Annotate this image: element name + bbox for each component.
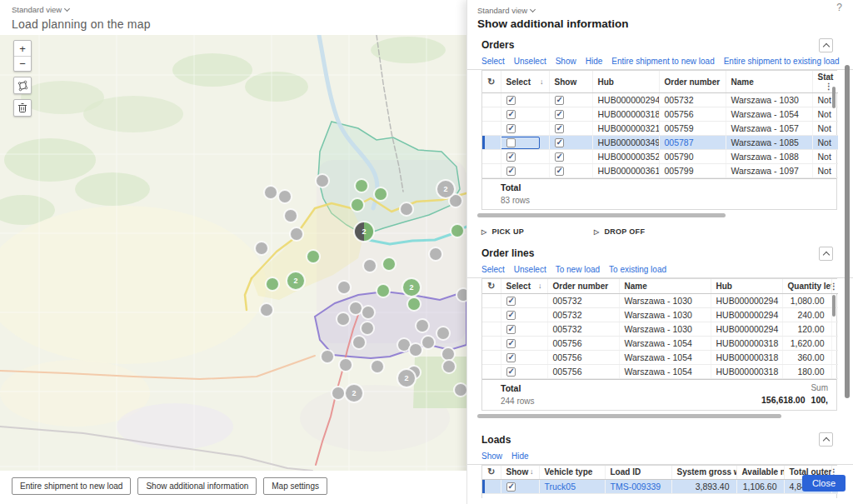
orders-col-select[interactable]: Select↓ (501, 71, 549, 93)
order-lines-table-row[interactable]: 005756 Warszawa - 1054 HUB000000318 180.… (482, 364, 838, 378)
order-lines-table-row[interactable]: 005732 Warszawa - 1030 HUB000000294 240.… (482, 307, 838, 322)
select-checkbox[interactable] (506, 367, 516, 377)
order-lines-col-order-number[interactable]: Order number (547, 279, 619, 293)
order-lines-table-row[interactable]: 005756 Warszawa - 1054 HUB000000318 1,62… (482, 336, 838, 350)
select-checkbox[interactable] (506, 124, 516, 133)
order-number-cell[interactable]: 005732 (659, 93, 726, 107)
select-checkbox-cell[interactable] (501, 350, 547, 364)
select-checkbox[interactable] (506, 138, 516, 147)
select-checkbox[interactable] (506, 325, 516, 334)
order-lines-to-new-load-link[interactable]: To new load (556, 265, 600, 274)
loads-hide-link[interactable]: Hide (511, 452, 529, 461)
show-additional-information-button[interactable]: Show additional information (137, 477, 257, 495)
order-lines-col-hub[interactable]: Hub (711, 279, 782, 293)
orders-horizontal-scrollbar[interactable] (477, 213, 726, 217)
orders-col-name[interactable]: Name (726, 71, 812, 93)
show-checkbox-cell[interactable] (549, 107, 592, 122)
show-checkbox-cell[interactable] (549, 164, 592, 178)
orders-vertical-scrollbar[interactable] (832, 87, 836, 108)
order-number-cell[interactable]: 005759 (659, 122, 726, 136)
select-checkbox[interactable] (506, 152, 516, 162)
zoom-in-button[interactable]: + (14, 41, 31, 56)
orders-table-row[interactable]: HUB000000349 005787 Warszawa - 1085 Not (482, 136, 838, 150)
loads-col-load-id[interactable]: Load ID (605, 466, 671, 480)
select-checkbox-cell[interactable] (501, 307, 547, 322)
orders-hide-link[interactable]: Hide (586, 57, 603, 66)
order-lines-table-row[interactable]: 005732 Warszawa - 1030 HUB000000294 1,08… (482, 293, 838, 307)
refresh-icon[interactable]: ↻ (487, 281, 495, 291)
vehicle-type-cell[interactable]: Truck05 (539, 480, 605, 494)
loads-col-available-net[interactable]: Available net ... (736, 466, 784, 480)
show-checkbox[interactable] (555, 167, 564, 176)
select-checkbox-cell[interactable] (501, 122, 549, 136)
loads-col-gross-weight[interactable]: System gross weight i... (671, 466, 736, 480)
show-checkbox-cell[interactable] (549, 93, 592, 107)
loads-show-link[interactable]: Show (481, 452, 502, 461)
order-lines-col-menu[interactable]: ⋮ (831, 279, 838, 293)
select-checkbox-cell[interactable] (501, 164, 549, 178)
order-lines-table-row[interactable]: 005756 Warszawa - 1054 HUB000000318 360.… (482, 350, 838, 364)
loads-col-show[interactable]: Show↓ (501, 466, 539, 480)
orders-select-link[interactable]: Select (481, 57, 505, 66)
order-number-cell[interactable]: 005790 (659, 150, 726, 164)
help-icon[interactable]: ? (836, 2, 842, 13)
delete-selection-tool[interactable] (13, 99, 32, 117)
zoom-out-button[interactable]: − (14, 56, 31, 71)
show-checkbox[interactable] (555, 110, 564, 119)
orders-col-hub[interactable]: Hub (592, 71, 659, 93)
order-lines-vertical-scrollbar[interactable] (832, 295, 836, 317)
select-checkbox[interactable] (506, 339, 516, 348)
orders-entire-existing-load-link[interactable]: Entire shipment to existing load (724, 57, 840, 66)
order-lines-col-qty[interactable]: Quantity left t... (782, 279, 831, 293)
order-lines-table-row[interactable]: 005732 Warszawa - 1030 HUB000000294 120.… (482, 322, 838, 336)
orders-table-row[interactable]: HUB000000361 005799 Warszawa - 1097 Not (482, 164, 838, 178)
orders-entire-new-load-link[interactable]: Entire shipment to new load (611, 57, 714, 66)
loads-table-row[interactable]: Truck05 TMS-009339 3,893.40 1,106.60 4,8… (482, 480, 838, 494)
order-lines-horizontal-scrollbar[interactable] (477, 414, 781, 418)
show-checkbox[interactable] (555, 96, 564, 105)
orders-col-order-number[interactable]: Order number (659, 71, 726, 93)
select-checkbox-cell[interactable] (501, 322, 547, 336)
entire-shipment-new-load-button[interactable]: Entire shipment to new load (12, 477, 131, 495)
show-checkbox[interactable] (506, 482, 516, 492)
column-menu-icon[interactable]: ⋮ (831, 282, 838, 291)
orders-show-link[interactable]: Show (556, 57, 576, 66)
order-lines-select-link[interactable]: Select (481, 265, 505, 274)
select-checkbox-cell[interactable] (501, 150, 549, 164)
refresh-icon[interactable]: ↻ (487, 467, 495, 477)
show-checkbox-cell[interactable] (549, 136, 592, 150)
orders-col-show[interactable]: Show (549, 71, 592, 93)
loads-col-vehicle-type[interactable]: Vehicle type (539, 466, 605, 480)
select-checkbox-cell[interactable] (501, 136, 549, 150)
map-view-selector[interactable]: Standard view (12, 5, 151, 14)
select-checkbox-cell[interactable] (501, 293, 547, 307)
select-checkbox[interactable] (506, 96, 516, 105)
order-number-cell[interactable]: 005787 (659, 136, 726, 150)
select-checkbox-cell[interactable] (501, 107, 549, 122)
select-checkbox-cell[interactable] (501, 336, 547, 350)
order-lines-col-name[interactable]: Name (619, 279, 711, 293)
show-checkbox[interactable] (555, 152, 564, 162)
order-number-cell[interactable]: 005756 (659, 107, 726, 122)
show-checkbox-cell[interactable] (501, 480, 539, 494)
select-checkbox-cell[interactable] (501, 93, 549, 107)
select-checkbox[interactable] (506, 311, 516, 320)
polygon-select-tool[interactable] (13, 77, 32, 94)
show-checkbox-cell[interactable] (549, 150, 592, 164)
refresh-icon[interactable]: ↻ (487, 77, 495, 87)
map[interactable]: 222222 (0, 35, 466, 471)
load-id-cell[interactable]: TMS-009339 (605, 480, 671, 494)
loads-collapse-button[interactable] (819, 432, 833, 447)
dropoff-expander[interactable]: ▷DROP OFF (594, 225, 706, 238)
select-checkbox[interactable] (506, 110, 516, 119)
show-checkbox-cell[interactable] (549, 122, 592, 136)
select-checkbox[interactable] (506, 167, 516, 176)
orders-collapse-button[interactable] (819, 38, 833, 52)
order-number-cell[interactable]: 005799 (659, 164, 726, 178)
show-checkbox[interactable] (555, 124, 564, 133)
orders-table-row[interactable]: HUB000000318 005756 Warszawa - 1054 Not (482, 107, 838, 122)
orders-table-row[interactable]: HUB000000294 005732 Warszawa - 1030 Not (482, 93, 838, 107)
panel-vertical-scrollbar[interactable] (845, 65, 850, 398)
select-checkbox[interactable] (506, 297, 516, 306)
orders-table-row[interactable]: HUB000000321 005759 Warszawa - 1057 Not (482, 122, 838, 136)
